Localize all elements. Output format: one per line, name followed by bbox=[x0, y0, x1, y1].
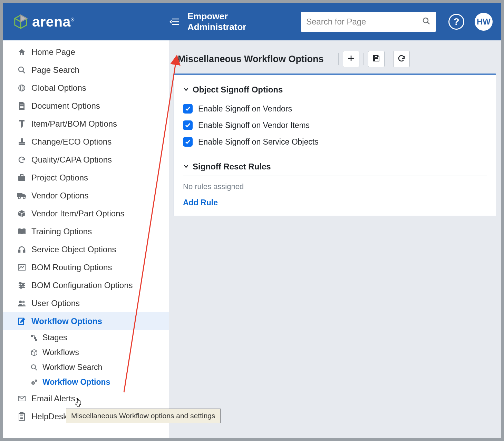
sidebar-item-label: Email Alerts bbox=[31, 394, 75, 403]
search-input-wrap[interactable] bbox=[301, 12, 436, 32]
sidebar-sub-stages[interactable]: Stages bbox=[3, 330, 169, 345]
svg-point-30 bbox=[22, 285, 24, 286]
sidebar-item-label: Change/ECO Options bbox=[31, 137, 112, 147]
sidebar-sub-label: Workflow Search bbox=[42, 363, 102, 372]
sidebar-item-email-alerts[interactable]: Email Alerts bbox=[3, 390, 169, 408]
checkbox-row-enable-signoff-service-objects[interactable]: Enable Signoff on Service Objects bbox=[183, 132, 487, 149]
options-panel: Object Signoff Options Enable Signoff on… bbox=[174, 74, 496, 216]
svg-point-22 bbox=[18, 197, 20, 199]
truck-icon bbox=[17, 191, 27, 200]
screw-icon bbox=[17, 119, 27, 129]
svg-point-33 bbox=[19, 301, 22, 303]
svg-point-32 bbox=[20, 287, 22, 288]
save-button[interactable] bbox=[368, 51, 385, 67]
sidebar-item-item-part-bom-options[interactable]: Item/Part/BOM Options bbox=[3, 115, 169, 133]
sidebar-item-training-options[interactable]: Training Options bbox=[3, 223, 169, 241]
svg-rect-14 bbox=[21, 121, 23, 126]
add-button[interactable] bbox=[343, 51, 359, 67]
svg-line-4 bbox=[427, 22, 429, 24]
app-title: Empower Administrator bbox=[187, 11, 246, 32]
checkbox-checked-icon[interactable] bbox=[183, 104, 193, 114]
edit-page-icon bbox=[17, 316, 27, 326]
stamp-icon bbox=[17, 137, 27, 147]
section-title: Object Signoff Options bbox=[193, 85, 283, 95]
svg-rect-16 bbox=[21, 138, 23, 142]
sidebar-item-bom-configuration-options[interactable]: BOM Configuration Options bbox=[3, 276, 169, 294]
svg-line-40 bbox=[35, 369, 37, 370]
svg-point-44 bbox=[36, 380, 36, 381]
stages-icon bbox=[30, 334, 38, 342]
svg-rect-13 bbox=[19, 120, 25, 121]
sidebar-item-workflow-options[interactable]: Workflow Options bbox=[3, 312, 169, 330]
sidebar-sub-workflow-options[interactable]: Workflow Options bbox=[3, 375, 169, 390]
checkbox-row-enable-signoff-vendor-items[interactable]: Enable Signoff on Vendor Items bbox=[183, 116, 487, 132]
plus-icon bbox=[347, 54, 355, 64]
checkbox-checked-icon[interactable] bbox=[183, 137, 193, 147]
svg-point-5 bbox=[19, 67, 23, 72]
document-icon bbox=[17, 101, 27, 111]
sidebar-sub-workflow-search[interactable]: Workflow Search bbox=[3, 360, 169, 375]
sidebar-sub-workflows[interactable]: Workflows bbox=[3, 345, 169, 360]
sidebar-item-project-options[interactable]: Project Options bbox=[3, 169, 169, 187]
sidebar-item-label: Global Options bbox=[31, 83, 86, 93]
sidebar-item-change-eco-options[interactable]: Change/ECO Options bbox=[3, 133, 169, 151]
sidebar-item-vendor-options[interactable]: Vendor Options bbox=[3, 187, 169, 205]
svg-rect-24 bbox=[19, 250, 20, 252]
cube-icon bbox=[30, 349, 38, 357]
help-button[interactable]: ? bbox=[448, 14, 464, 30]
book-icon bbox=[17, 227, 27, 236]
svg-rect-54 bbox=[375, 59, 378, 61]
sidebar-item-page-search[interactable]: Page Search bbox=[3, 61, 169, 79]
users-icon bbox=[17, 298, 27, 308]
svg-rect-18 bbox=[19, 144, 25, 145]
svg-rect-38 bbox=[35, 339, 37, 341]
svg-rect-25 bbox=[23, 250, 25, 252]
search-icon[interactable] bbox=[422, 17, 430, 27]
checkbox-label: Enable Signoff on Vendor Items bbox=[198, 121, 310, 130]
main-content: Miscellaneous Workflow Options bbox=[169, 40, 501, 438]
sidebar-item-helpdesk-post-options[interactable]: HelpDesk Post Options bbox=[3, 408, 169, 425]
sidebar-item-home-page[interactable]: Home Page bbox=[3, 43, 169, 61]
svg-rect-47 bbox=[20, 412, 23, 414]
sidebar-item-label: Vendor Options bbox=[31, 191, 88, 200]
checkbox-row-enable-signoff-vendors[interactable]: Enable Signoff on Vendors bbox=[183, 99, 487, 116]
svg-rect-11 bbox=[20, 106, 23, 107]
svg-rect-19 bbox=[18, 176, 25, 181]
section-object-signoff-options[interactable]: Object Signoff Options bbox=[183, 81, 487, 99]
sidebar-item-label: Project Options bbox=[31, 173, 88, 183]
section-title: Signoff Reset Rules bbox=[193, 162, 271, 172]
checkbox-checked-icon[interactable] bbox=[183, 120, 193, 130]
svg-point-42 bbox=[32, 382, 34, 384]
menu-toggle-icon[interactable] bbox=[169, 16, 181, 28]
page-title: Miscellaneous Workflow Options bbox=[178, 54, 324, 65]
svg-rect-17 bbox=[19, 142, 25, 144]
section-signoff-reset-rules[interactable]: Signoff Reset Rules bbox=[183, 158, 487, 176]
search-input[interactable] bbox=[306, 17, 422, 27]
checkbox-label: Enable Signoff on Service Objects bbox=[198, 137, 319, 147]
svg-point-28 bbox=[20, 283, 21, 284]
chevron-down-icon bbox=[183, 85, 189, 95]
refresh-button[interactable] bbox=[393, 51, 410, 67]
add-rule-link[interactable]: Add Rule bbox=[183, 193, 218, 207]
sidebar-item-service-object-options[interactable]: Service Object Options bbox=[3, 241, 169, 258]
svg-rect-37 bbox=[34, 337, 36, 339]
svg-rect-12 bbox=[20, 107, 23, 108]
brand-logo[interactable]: arena® bbox=[13, 14, 165, 30]
sidebar-item-label: Item/Part/BOM Options bbox=[31, 119, 117, 129]
no-rules-text: No rules assigned bbox=[183, 176, 487, 193]
avatar[interactable]: HW bbox=[475, 13, 493, 31]
top-bar: arena® Empower Administrator ? HW bbox=[3, 3, 501, 40]
sidebar-item-label: User Options bbox=[31, 298, 80, 308]
svg-point-3 bbox=[423, 18, 428, 23]
save-icon bbox=[372, 54, 380, 64]
sidebar-item-document-options[interactable]: Document Options bbox=[3, 97, 169, 115]
sidebar-item-vendor-item-part-options[interactable]: Vendor Item/Part Options bbox=[3, 205, 169, 223]
sidebar-item-label: Vendor Item/Part Options bbox=[31, 209, 124, 218]
sidebar-item-global-options[interactable]: Global Options bbox=[3, 79, 169, 97]
sidebar: Home Page Page Search Global Options Doc… bbox=[3, 40, 169, 438]
sidebar-item-quality-capa-options[interactable]: Quality/CAPA Options bbox=[3, 151, 169, 169]
sliders-icon bbox=[17, 281, 27, 290]
sidebar-item-user-options[interactable]: User Options bbox=[3, 294, 169, 312]
sidebar-item-bom-routing-options[interactable]: BOM Routing Options bbox=[3, 258, 169, 276]
home-icon bbox=[17, 47, 27, 57]
